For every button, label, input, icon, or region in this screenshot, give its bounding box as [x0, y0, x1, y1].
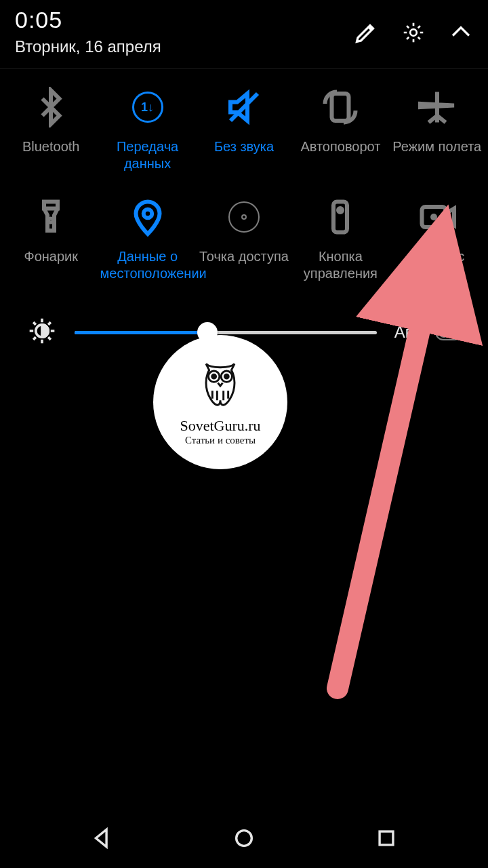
brightness-icon	[27, 316, 57, 349]
status-header: 0:05 Вторник, 16 апреля	[0, 0, 488, 66]
tile-mobile-data[interactable]: 1↓ Передача данных	[99, 87, 195, 172]
sound-off-icon	[224, 87, 264, 127]
svg-point-0	[410, 29, 417, 36]
svg-point-8	[430, 214, 437, 220]
data-transfer-icon: 1↓	[132, 92, 163, 123]
tile-label: Без звука	[214, 138, 274, 155]
hotspot-icon	[228, 201, 260, 233]
svg-point-12	[212, 374, 216, 378]
tile-label: Bluetooth	[22, 138, 80, 155]
svg-rect-16	[380, 831, 393, 845]
tile-label: Точка доступа	[199, 248, 289, 265]
tile-hotspot[interactable]: Точка доступа	[196, 197, 292, 282]
system-navigation-bar	[0, 808, 488, 868]
svg-point-3	[49, 219, 53, 222]
nav-home-button[interactable]	[203, 827, 285, 850]
tile-silent[interactable]: Без звука	[196, 87, 292, 172]
tile-flashlight[interactable]: Фонарик	[3, 197, 99, 282]
tile-bluetooth[interactable]: Bluetooth	[3, 87, 99, 172]
airplane-icon	[417, 87, 458, 127]
tile-label: Запись с экрана	[390, 248, 485, 282]
tile-autorotate[interactable]: Автоповорот	[292, 87, 388, 172]
tile-label: Передача данных	[100, 138, 195, 172]
gear-icon	[401, 20, 426, 45]
screen-record-icon	[417, 197, 458, 237]
watermark-title: SovetGuru.ru	[180, 417, 260, 435]
tile-label: Автоповорот	[300, 138, 380, 155]
svg-point-4	[143, 210, 152, 218]
watermark-subtitle: Статьи и советы	[185, 435, 256, 446]
tile-location[interactable]: Данные о местоположении	[99, 197, 195, 282]
auto-rotate-icon	[320, 87, 361, 127]
edit-icon	[354, 20, 378, 45]
remote-icon	[320, 197, 361, 237]
tile-label: Режим полета	[392, 138, 481, 155]
svg-rect-1	[332, 94, 349, 121]
watermark-badge: SovetGuru.ru Статьи и советы	[153, 335, 287, 469]
quick-settings-grid: Bluetooth 1↓ Передача данных Без звука А…	[0, 81, 488, 296]
svg-point-6	[338, 208, 342, 212]
svg-point-15	[237, 831, 252, 846]
recent-icon	[375, 827, 398, 850]
flashlight-icon	[30, 197, 71, 237]
edit-tiles-button[interactable]	[354, 20, 378, 47]
bluetooth-icon	[30, 87, 71, 127]
back-icon	[90, 827, 113, 850]
tile-label: Кнопка управления	[293, 248, 388, 282]
auto-brightness-label: Авто	[394, 323, 430, 342]
status-date: Вторник, 16 апреля	[15, 37, 161, 56]
divider	[0, 68, 488, 69]
status-time: 0:05	[15, 7, 161, 33]
tile-label: Данные о местоположении	[100, 248, 195, 282]
location-icon	[127, 197, 168, 237]
nav-back-button[interactable]	[61, 827, 142, 850]
collapse-panel-button[interactable]	[449, 20, 473, 47]
chevron-up-icon	[449, 20, 473, 45]
svg-rect-2	[44, 202, 58, 209]
auto-brightness-toggle[interactable]: Авто	[394, 323, 474, 342]
tile-screen-record[interactable]: Запись с экрана	[389, 197, 485, 282]
tile-airplane[interactable]: Режим полета	[389, 87, 485, 172]
owl-icon	[197, 359, 244, 414]
nav-recent-button[interactable]	[346, 827, 427, 850]
home-icon	[232, 827, 256, 850]
tile-remote[interactable]: Кнопка управления	[292, 197, 388, 282]
tile-label: Фонарик	[24, 248, 78, 265]
toggle-switch	[435, 324, 462, 340]
svg-point-13	[224, 374, 228, 378]
settings-button[interactable]	[401, 20, 426, 47]
